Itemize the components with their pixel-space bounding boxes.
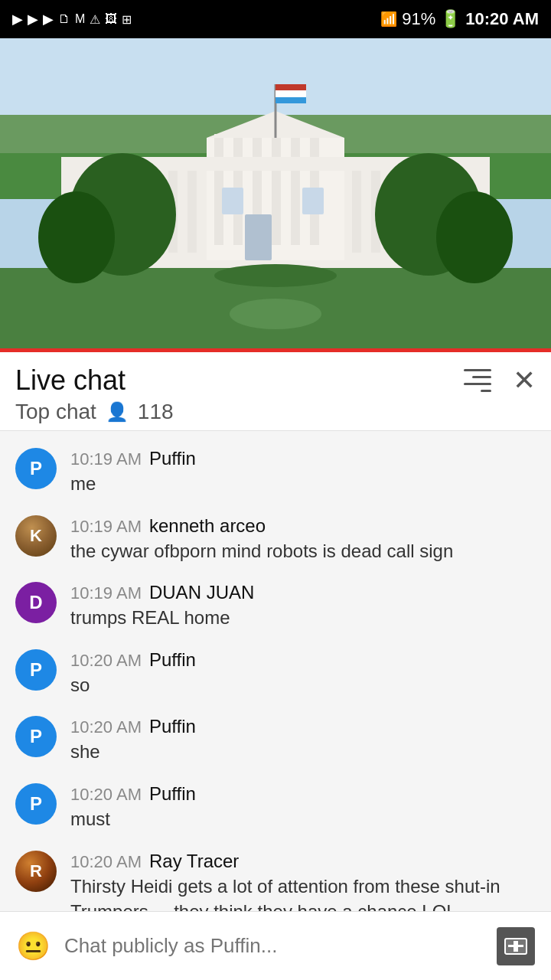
message-content: 10:19 AM Puffin me (70, 448, 536, 497)
svg-point-35 (436, 191, 513, 283)
filter-line-4 (481, 390, 491, 392)
avatar: P (15, 716, 57, 757)
message-meta: 10:20 AM Puffin (70, 649, 536, 671)
message-content: 10:19 AM DUAN JUAN trumps REAL home (70, 582, 536, 631)
svg-rect-28 (302, 188, 324, 214)
youtube2-icon: ▶ (43, 11, 54, 28)
chat-message-6: P 10:20 AM Puffin must (0, 774, 551, 841)
message-content: 10:20 AM Puffin she (70, 716, 536, 765)
wifi-icon: 📶 (380, 11, 397, 28)
svg-point-31 (230, 299, 321, 329)
filter-line-2 (472, 376, 491, 378)
message-meta: 10:20 AM Puffin (70, 716, 536, 737)
svg-rect-40 (276, 97, 306, 103)
message-meta: 10:19 AM Puffin (70, 448, 536, 469)
status-bar: ▶ ▶ ▶ 🗋 M ⚠ 🖼 ⊞ 📶 91% 🔋 10:20 AM (0, 0, 551, 38)
message-text: trumps REAL home (70, 605, 536, 631)
message-text: the cywar ofbporn mind robots is dead ca… (70, 538, 536, 564)
message-text: she (70, 739, 536, 765)
svg-point-34 (38, 191, 115, 283)
svg-rect-17 (272, 134, 281, 245)
message-meta: 10:19 AM DUAN JUAN (70, 582, 536, 603)
message-time: 10:20 AM (70, 852, 142, 872)
message-text: so (70, 672, 536, 698)
svg-rect-18 (291, 134, 300, 245)
live-chat-title: Live chat (15, 364, 126, 397)
message-time: 10:20 AM (70, 717, 142, 737)
super-chat-icon (497, 927, 535, 965)
svg-rect-44 (514, 941, 518, 952)
super-chat-button[interactable] (493, 926, 539, 967)
message-text: must (70, 806, 536, 832)
message-author: kenneth arceo (149, 515, 266, 537)
message-time: 10:19 AM (70, 517, 142, 537)
chat-input-bar: 😐 (0, 911, 551, 980)
file-icon: 🗋 (58, 12, 70, 26)
filter-line-3 (464, 383, 491, 385)
message-author: DUAN JUAN (149, 582, 254, 603)
image-icon: 🖼 (105, 12, 117, 26)
chat-header: Live chat ✕ Top chat 👤 118 (0, 352, 551, 431)
message-time: 10:19 AM (70, 449, 142, 469)
top-chat-label: Top chat (15, 400, 96, 424)
svg-rect-39 (276, 90, 306, 97)
avatar: P (15, 783, 57, 825)
svg-point-30 (214, 264, 337, 287)
chat-message-2: K 10:19 AM kenneth arceo the cywar ofbpo… (0, 506, 551, 573)
svg-rect-9 (352, 161, 361, 253)
play-icon: ▶ (12, 11, 23, 28)
chat-message-1: P 10:19 AM Puffin me (0, 439, 551, 506)
message-meta: 10:20 AM Puffin (70, 783, 536, 805)
viewer-count: 118 (138, 400, 174, 424)
message-author: Puffin (149, 649, 196, 671)
message-meta: 10:20 AM Ray Tracer (70, 851, 536, 872)
message-content: 10:19 AM kenneth arceo the cywar ofbporn… (70, 515, 536, 564)
viewer-icon: 👤 (106, 401, 129, 423)
filter-button[interactable] (464, 369, 491, 392)
youtube-icon: ▶ (28, 11, 38, 28)
chat-input[interactable] (64, 926, 482, 967)
header-icons: ✕ (464, 367, 536, 394)
message-content: 10:20 AM Puffin must (70, 783, 536, 832)
message-meta: 10:19 AM kenneth arceo (70, 515, 536, 537)
chat-message-4: P 10:20 AM Puffin so (0, 640, 551, 707)
message-author: Ray Tracer (149, 851, 239, 872)
message-author: Puffin (149, 783, 196, 805)
battery-icon: 🔋 (440, 9, 461, 29)
message-time: 10:20 AM (70, 785, 142, 805)
chat-messages: P 10:19 AM Puffin me K 10:19 AM kenneth … (0, 431, 551, 980)
avatar: P (15, 448, 57, 489)
status-right: 📶 91% 🔋 10:20 AM (380, 9, 539, 29)
alert-icon: ⚠ (90, 12, 100, 27)
battery-text: 91% (402, 9, 435, 29)
close-button[interactable]: ✕ (513, 367, 536, 394)
avatar: K (15, 515, 57, 557)
svg-rect-8 (187, 161, 197, 253)
message-author: Puffin (149, 448, 196, 469)
status-left: ▶ ▶ ▶ 🗋 M ⚠ 🖼 ⊞ (12, 11, 132, 28)
message-content: 10:20 AM Puffin so (70, 649, 536, 698)
chat-message-3: D 10:19 AM DUAN JUAN trumps REAL home (0, 573, 551, 640)
video-player[interactable] (0, 38, 551, 348)
status-time: 10:20 AM (465, 9, 539, 29)
video-thumbnail (0, 38, 551, 348)
avatar: R (15, 851, 57, 892)
message-text: me (70, 471, 536, 497)
svg-rect-27 (222, 188, 243, 214)
svg-rect-26 (245, 214, 272, 260)
avatar: P (15, 649, 57, 691)
chat-message-5: P 10:20 AM Puffin she (0, 707, 551, 774)
message-author: Puffin (149, 716, 196, 737)
emoji-button[interactable]: 😐 (12, 926, 54, 967)
avatar: D (15, 582, 57, 623)
svg-rect-38 (276, 84, 306, 90)
filter-line-1 (464, 369, 491, 371)
grid-icon: ⊞ (122, 12, 132, 27)
message-time: 10:19 AM (70, 583, 142, 603)
mastodon-icon: M (75, 12, 85, 26)
message-time: 10:20 AM (70, 651, 142, 671)
